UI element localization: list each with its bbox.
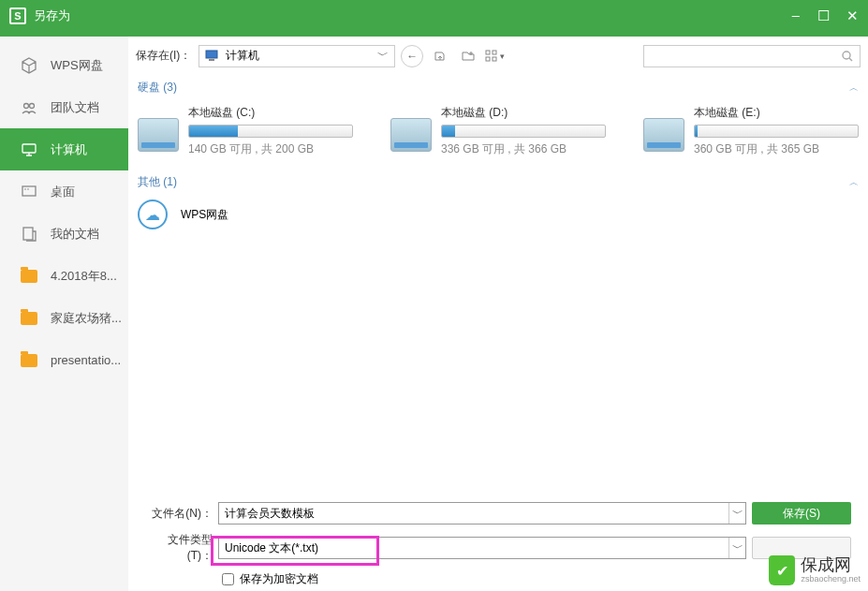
desktop-icon [21,184,37,200]
sidebar-item-label: 桌面 [51,184,75,200]
location-select[interactable]: 计算机 ﹀ [199,45,395,67]
drive-name: 本地磁盘 (D:) [441,105,606,121]
chevron-down-icon: ﹀ [728,503,745,524]
encrypt-label: 保存为加密文档 [240,571,318,587]
drives-list: 本地磁盘 (C:) 140 GB 可用 , 共 200 GB 本地磁盘 (D:)… [138,99,859,170]
svg-rect-10 [493,51,496,54]
team-icon [21,99,37,116]
up-button[interactable] [429,45,451,67]
save-in-label: 保存在(I)： [136,48,191,64]
drive-capacity-bar [188,125,353,138]
svg-point-0 [24,103,29,108]
drive-c[interactable]: 本地磁盘 (C:) 140 GB 可用 , 共 200 GB [138,105,353,157]
sidebar-my-docs[interactable]: 我的文档 [0,213,128,255]
section-title: 硬盘 (3) [138,80,177,96]
window-title: 另存为 [34,7,791,24]
content-area: 硬盘 (3) ︿ 本地磁盘 (C:) 140 GB 可用 , 共 200 GB … [128,76,868,495]
filename-label: 文件名(N)： [145,506,213,522]
toolbar: 保存在(I)： 计算机 ﹀ ← ▾ [128,37,868,76]
sidebar-item-label: WPS网盘 [51,57,103,74]
drive-capacity-text: 140 GB 可用 , 共 200 GB [188,141,353,157]
folder-icon [21,268,37,285]
svg-point-5 [27,188,29,190]
chevron-down-icon: ﹀ [377,48,389,64]
drive-name: 本地磁盘 (C:) [188,105,353,121]
filetype-label: 文件类型(T)： [145,532,213,564]
sidebar-item-label: 4.2018年8... [51,268,117,285]
watermark-title: 保成网 [801,556,861,575]
cube-icon [21,57,37,74]
chevron-up-icon: ︿ [849,81,859,95]
drive-icon [643,118,684,152]
main-panel: 保存在(I)： 计算机 ﹀ ← ▾ 硬盘 (3) ︿ [128,37,868,591]
close-button[interactable]: ✕ [846,7,859,24]
minimize-button[interactable]: ‒ [791,7,801,24]
sidebar-folder-3[interactable]: presentatio... [0,339,128,381]
svg-rect-3 [22,186,36,196]
sidebar-folder-2[interactable]: 家庭农场猪... [0,297,128,339]
sidebar-item-label: 家庭农场猪... [51,310,122,327]
folder-icon [21,352,37,369]
sidebar: WPS网盘 团队文档 计算机 桌面 我的文档 4.2018年8... 家庭农场猪… [0,37,128,591]
drive-name: 本地磁盘 (E:) [694,105,859,121]
watermark-url: zsbaocheng.net [801,575,861,584]
drive-capacity-text: 360 GB 可用 , 共 365 GB [694,141,859,157]
filename-value: 计算会员天数模板 [225,506,315,522]
save-button[interactable]: 保存(S) [752,502,851,525]
filetype-select[interactable]: Unicode 文本(*.txt) ﹀ [218,537,746,559]
sidebar-team-docs[interactable]: 团队文档 [0,86,128,128]
bottom-panel: 文件名(N)： 计算会员天数模板 ﹀ 保存(S) 文件类型(T)： Unicod… [128,495,868,591]
sidebar-desktop[interactable]: 桌面 [0,170,128,213]
svg-rect-8 [209,59,214,61]
computer-icon [205,50,220,63]
drive-e[interactable]: 本地磁盘 (E:) 360 GB 可用 , 共 365 GB [643,105,859,157]
sidebar-wps-cloud[interactable]: WPS网盘 [0,44,128,86]
view-mode-button[interactable]: ▾ [485,50,505,63]
new-folder-button[interactable] [457,45,479,67]
svg-point-4 [24,188,26,190]
drive-capacity-bar [694,125,859,138]
sidebar-item-label: presentatio... [51,353,121,367]
svg-rect-6 [23,228,33,240]
search-icon [841,50,854,63]
encrypt-checkbox[interactable] [222,573,234,585]
location-text: 计算机 [226,48,259,64]
search-input[interactable] [650,50,841,63]
sidebar-computer[interactable]: 计算机 [0,128,128,170]
drive-capacity-bar [441,125,606,138]
window-controls: ‒ ☐ ✕ [791,7,859,24]
chevron-up-icon: ︿ [849,176,859,189]
shield-icon: ✔ [769,555,795,585]
filetype-value: Unicode 文本(*.txt) [225,540,318,556]
drive-capacity-text: 336 GB 可用 , 共 366 GB [441,141,606,157]
disk-section-header[interactable]: 硬盘 (3) ︿ [138,76,859,99]
document-icon [21,226,37,243]
back-button[interactable]: ← [401,45,423,67]
chevron-down-icon: ▾ [500,52,505,61]
sidebar-item-label: 计算机 [51,141,87,158]
titlebar: S 另存为 ‒ ☐ ✕ [0,0,868,31]
drive-icon [138,118,179,152]
svg-rect-9 [486,51,490,54]
svg-rect-11 [486,57,490,61]
sidebar-item-label: 我的文档 [51,226,99,243]
svg-point-1 [30,103,35,108]
chevron-down-icon: ﹀ [728,538,745,558]
sidebar-folder-1[interactable]: 4.2018年8... [0,255,128,297]
maximize-button[interactable]: ☐ [817,7,830,24]
sidebar-item-label: 团队文档 [51,99,99,116]
svg-rect-7 [206,51,217,58]
section-title: 其他 (1) [138,174,177,190]
svg-point-13 [843,52,850,59]
filename-input[interactable]: 计算会员天数模板 ﹀ [218,502,746,525]
cloud-icon: ☁ [138,199,168,229]
item-label: WPS网盘 [181,207,228,223]
wps-cloud-item[interactable]: ☁ WPS网盘 [138,199,859,229]
search-box[interactable] [643,45,861,67]
drive-d[interactable]: 本地磁盘 (D:) 336 GB 可用 , 共 366 GB [390,105,606,157]
watermark: ✔ 保成网 zsbaocheng.net [769,555,861,585]
folder-icon [21,310,37,327]
svg-rect-12 [493,57,496,61]
svg-rect-2 [22,144,36,153]
other-section-header[interactable]: 其他 (1) ︿ [138,170,859,194]
